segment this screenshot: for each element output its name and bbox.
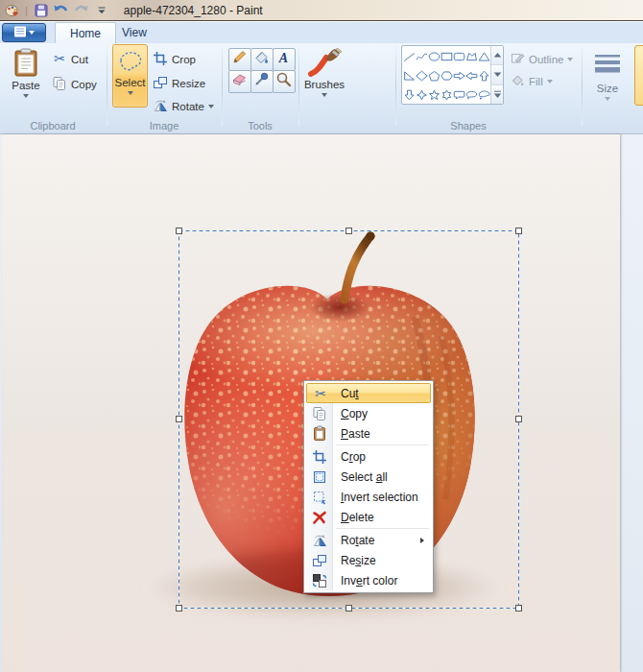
tool-color-picker-button[interactable] [250,70,274,93]
shape-arrow-left[interactable] [465,66,478,85]
shape-star-4[interactable] [416,85,428,105]
rotate-button[interactable]: Rotate [153,98,214,115]
shape-callout-oval[interactable] [465,85,478,105]
chevron-down-icon [128,91,133,95]
cut-icon: ✂ [52,51,67,68]
svg-text:✂: ✂ [54,51,65,66]
ribbon-tab-row: Home View [0,22,643,43]
pencil-icon [231,49,248,69]
free-select-icon [115,48,146,77]
menu-item-invert-selection[interactable]: Invert selection [306,487,431,507]
outline-button[interactable]: Outline [511,51,573,67]
shapes-grid [402,46,490,104]
shape-callout-cloud[interactable] [478,85,490,105]
menu-item-crop[interactable]: Crop [306,446,431,467]
shape-arrow-up[interactable] [478,66,490,85]
menu-item-select-all[interactable]: Select all [306,467,431,487]
undo-button[interactable] [53,2,70,19]
invert-color-icon [311,572,328,589]
shape-arrow-right[interactable] [453,66,465,85]
qat-customize-button[interactable] [93,2,110,19]
shape-triangle[interactable] [478,47,490,66]
magnifier-icon [275,71,292,91]
paste-button[interactable]: Paste [6,45,46,98]
menu-item-invert-color[interactable]: Invert color [306,570,431,590]
shape-polygon[interactable] [465,47,478,66]
shapes-more-button[interactable] [491,85,503,104]
size-icon [593,54,622,76]
svg-text:✂: ✂ [315,386,326,401]
shape-star-6[interactable] [441,85,453,105]
group-label-tools: Tools [223,120,298,132]
menu-item-resize[interactable]: Resize [306,550,431,570]
redo-button[interactable] [73,2,90,19]
paste-icon [13,48,38,80]
shape-pentagon[interactable] [428,66,441,85]
group-divider [107,46,107,126]
color1-button[interactable] [634,45,643,106]
tool-fill-bucket-button[interactable] [250,48,274,71]
shape-rectangle[interactable] [441,47,453,66]
tool-text-button[interactable]: A [273,48,296,71]
shape-arrow-down[interactable] [403,85,416,105]
rotate-icon [311,532,328,549]
menu-item-copy[interactable]: Copy [306,403,431,423]
menu-item-rotate[interactable]: Rotate [306,530,431,550]
svg-text:A: A [278,51,288,65]
copy-button[interactable]: Copy [52,76,97,93]
invert-selection-icon [311,489,328,506]
chevron-down-icon [547,80,553,84]
chevron-down-icon [208,105,214,108]
shape-right-triangle[interactable] [403,66,416,85]
shape-callout-rounded[interactable] [453,85,465,105]
title-bar: | apple-472304_1280 - Paint [0,0,643,21]
brush-icon [307,48,342,79]
group-divider [582,46,583,126]
window-title: apple-472304_1280 - Paint [124,4,263,17]
eraser-icon [231,71,248,91]
tab-view[interactable]: View [107,22,161,43]
shapes-scroll-up-button[interactable] [491,46,503,65]
shape-hexagon[interactable] [441,66,453,85]
shape-rounded-rectangle[interactable] [453,47,465,66]
select-button[interactable]: Select [112,44,148,108]
shape-star-5[interactable] [428,85,441,105]
group-label-image: Image [107,120,221,132]
menu-item-cut[interactable]: ✂ Cut [306,383,431,403]
crop-button[interactable]: Crop [153,51,196,68]
canvas-area[interactable]: ✂ Cut Copy Paste Crop Select all [0,134,643,672]
group-divider [298,46,299,126]
shape-line[interactable] [403,47,416,66]
chevron-down-icon [23,94,29,98]
fill-bucket-icon [253,49,270,69]
menu-item-paste[interactable]: Paste [306,423,431,444]
tool-eraser-button[interactable] [228,70,251,93]
paint-logo-icon [3,2,20,19]
tool-pencil-button[interactable] [228,48,251,71]
copy-icon [52,76,67,93]
context-menu: ✂ Cut Copy Paste Crop Select all [303,380,434,593]
shapes-scroll-down-button[interactable] [491,65,503,84]
chevron-down-icon [322,93,327,97]
delete-icon [311,509,328,526]
application-menu-button[interactable] [2,23,46,42]
rotate-icon [153,98,168,115]
copy-icon [311,405,328,422]
quick-access-toolbar: | [0,2,110,19]
resize-icon [311,552,328,569]
shape-curve[interactable] [416,47,428,66]
brushes-button[interactable]: Brushes [301,45,347,97]
chevron-down-icon [605,97,610,101]
fill-button[interactable]: Fill [511,73,553,89]
app-menu-icon [13,24,27,41]
group-divider [395,46,396,126]
group-label-clipboard: Clipboard [0,120,106,132]
size-button[interactable]: Size [586,45,629,101]
cut-button[interactable]: ✂ Cut [52,51,88,68]
resize-button[interactable]: Resize [153,75,205,92]
shape-ellipse[interactable] [428,47,441,66]
shape-diamond[interactable] [416,66,428,85]
menu-item-delete[interactable]: Delete [306,507,431,527]
tool-magnifier-button[interactable] [273,70,296,93]
save-button[interactable] [33,2,50,19]
